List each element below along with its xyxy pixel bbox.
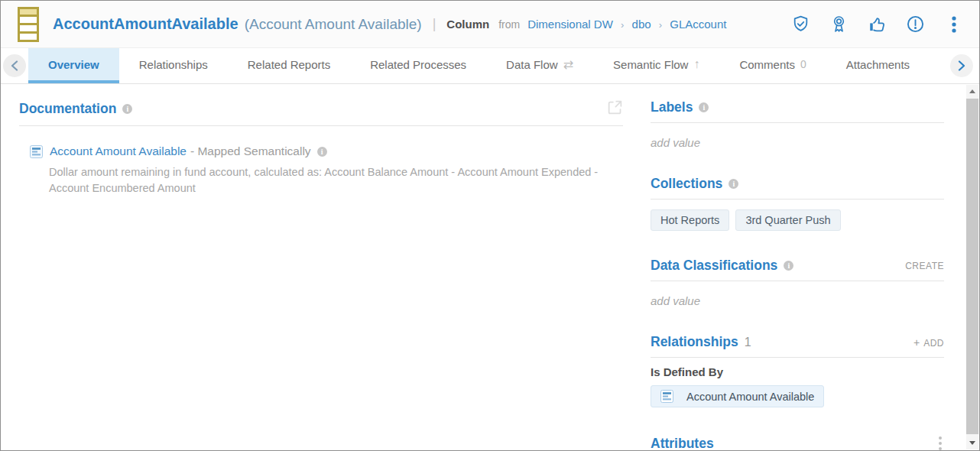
relationships-title: Relationships — [651, 334, 738, 350]
collections-section: Collections Hot Reports 3rd Quarter Push — [651, 176, 944, 231]
app-window: AccountAmountAvailable (Account Amount A… — [0, 0, 980, 451]
column-type-icon — [18, 7, 39, 42]
tab-related-processes[interactable]: Related Processes — [350, 48, 486, 83]
data-classifications-add-value[interactable]: add value — [651, 294, 944, 307]
breadcrumb-table[interactable]: GLAccount — [670, 18, 726, 31]
create-button[interactable]: CREATE — [905, 261, 944, 271]
tabs-scroll-right-button[interactable] — [950, 54, 973, 77]
shield-check-icon[interactable] — [790, 14, 811, 34]
tab-relationships[interactable]: Relationships — [119, 48, 228, 83]
thumbs-up-icon[interactable] — [867, 14, 888, 34]
content-area: Documentation Account Amount Avail — [1, 84, 979, 451]
collection-chip[interactable]: Hot Reports — [651, 209, 729, 231]
tab-bar: Overview Relationships Related Reports R… — [1, 48, 979, 84]
info-icon[interactable] — [729, 179, 738, 189]
data-flow-arrows-icon: ⇄ — [563, 57, 573, 72]
tab-attachments[interactable]: Attachments — [826, 48, 930, 83]
term-suffix: - Mapped Semantically — [190, 144, 311, 158]
scroll-up-button[interactable] — [966, 85, 978, 98]
labels-section: Labels add value — [651, 99, 944, 149]
breadcrumb-system[interactable]: Dimensional DW — [527, 18, 613, 31]
data-classifications-section: Data Classifications CREATE add value — [651, 258, 944, 307]
info-icon[interactable] — [317, 147, 327, 157]
scroll-down-button[interactable] — [966, 436, 978, 449]
documentation-title: Documentation — [19, 101, 116, 117]
page-title: AccountAmountAvailable — [53, 15, 239, 33]
attributes-section: Attributes COLUMN — [651, 434, 944, 451]
page-header: AccountAmountAvailable (Account Amount A… — [1, 1, 979, 48]
breadcrumb-separator: › — [621, 19, 624, 31]
tabs-scroll-left-button[interactable] — [3, 54, 26, 77]
tab-semantic-flow[interactable]: Semantic Flow ↑ — [593, 48, 719, 83]
documentation-term-row: Account Amount Available - Mapped Semant… — [30, 144, 623, 158]
info-icon[interactable] — [784, 261, 793, 271]
certification-ribbon-icon[interactable] — [829, 14, 849, 34]
up-arrow-icon: ↑ — [693, 57, 699, 71]
attributes-menu-kebab-icon[interactable] — [936, 434, 944, 451]
relationship-group-label: Is Defined By — [651, 365, 944, 378]
add-relationship-button[interactable]: ADD — [913, 336, 944, 349]
tab-data-flow[interactable]: Data Flow ⇄ — [486, 48, 593, 83]
details-sidebar: Labels add value Collections Hot Reports… — [651, 99, 944, 451]
data-classifications-title: Data Classifications — [651, 258, 777, 274]
relationships-count: 1 — [745, 336, 751, 349]
relationship-item-label: Account Amount Available — [686, 391, 814, 403]
comments-count: 0 — [800, 58, 806, 70]
collection-chip[interactable]: 3rd Quarter Push — [735, 209, 840, 231]
tab-comments[interactable]: Comments 0 — [719, 48, 826, 83]
breadcrumb: Dimensional DW › dbo › GLAccount — [527, 18, 726, 31]
more-kebab-icon[interactable] — [943, 14, 964, 34]
vertical-scrollbar[interactable] — [966, 85, 978, 449]
header-divider: | — [433, 16, 436, 32]
header-actions — [790, 14, 964, 34]
term-link[interactable]: Account Amount Available — [50, 144, 187, 158]
asset-type-label: Column — [446, 18, 489, 31]
info-icon[interactable] — [122, 104, 132, 114]
business-term-icon — [30, 145, 43, 158]
from-label: from — [498, 18, 520, 31]
relationships-section: Relationships 1 ADD Is Defined By Accoun… — [651, 334, 944, 407]
documentation-panel: Documentation Account Amount Avail — [19, 99, 623, 451]
collections-title: Collections — [651, 176, 722, 192]
open-in-new-window-icon[interactable] — [607, 99, 623, 118]
breadcrumb-separator: › — [659, 19, 662, 31]
relationship-item[interactable]: Account Amount Available — [651, 385, 824, 407]
business-term-icon — [660, 390, 673, 403]
info-icon[interactable] — [699, 102, 709, 112]
labels-title: Labels — [651, 99, 693, 115]
scrollbar-thumb[interactable] — [966, 99, 978, 434]
tab-related-reports[interactable]: Related Reports — [228, 48, 350, 83]
labels-add-value[interactable]: add value — [651, 136, 944, 149]
tab-overview[interactable]: Overview — [28, 48, 119, 83]
attributes-title: Attributes — [651, 436, 714, 451]
alert-circle-icon[interactable] — [905, 14, 926, 34]
breadcrumb-schema[interactable]: dbo — [632, 18, 651, 31]
term-description: Dollar amount remaining in fund account,… — [49, 164, 618, 196]
page-subtitle: (Account Amount Available) — [245, 16, 422, 33]
